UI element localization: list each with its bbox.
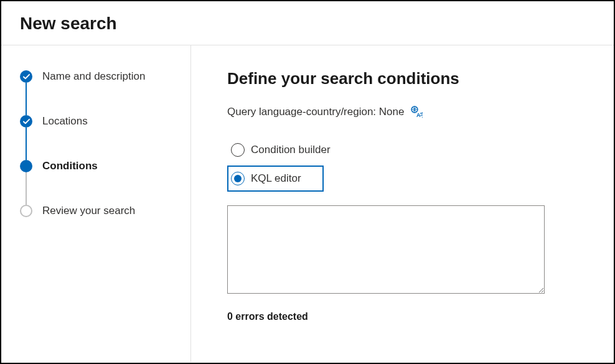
check-icon: [23, 118, 30, 125]
step-connector: [26, 172, 27, 205]
step-conditions[interactable]: Conditions: [20, 160, 176, 205]
step-indicator-current: [20, 160, 32, 172]
step-indicator-completed: [20, 115, 32, 128]
step-locations[interactable]: Locations: [20, 115, 176, 160]
wizard-sidebar: Name and description Locations Condition…: [1, 45, 191, 362]
radio-label: KQL editor: [251, 172, 301, 185]
radio-kql-editor[interactable]: KQL editor: [227, 166, 324, 192]
page-title: New search: [20, 14, 595, 34]
radio-icon: [231, 143, 245, 157]
kql-editor-input[interactable]: [227, 205, 545, 294]
step-label: Review your search: [42, 205, 135, 217]
query-language-row: Query language-country/region: None A字: [227, 106, 578, 118]
svg-text:A字: A字: [416, 112, 423, 118]
step-indicator-upcoming: [20, 205, 32, 217]
main-panel: Define your search conditions Query lang…: [191, 45, 614, 362]
check-icon: [23, 73, 30, 80]
step-review[interactable]: Review your search: [20, 205, 176, 217]
radio-condition-builder[interactable]: Condition builder: [227, 139, 337, 161]
step-connector: [26, 83, 27, 115]
step-label: Conditions: [42, 160, 98, 172]
radio-label: Condition builder: [251, 144, 331, 156]
radio-dot-icon: [234, 175, 242, 182]
wizard-steps: Name and description Locations Condition…: [20, 70, 176, 217]
step-label: Locations: [42, 115, 88, 128]
step-connector: [26, 128, 27, 160]
editor-mode-radio-group: Condition builder KQL editor: [227, 139, 578, 192]
query-language-label: Query language-country/region: None: [227, 106, 404, 118]
translate-icon[interactable]: A字: [410, 106, 423, 118]
page-header: New search: [1, 1, 614, 45]
main-heading: Define your search conditions: [227, 69, 578, 88]
radio-icon: [231, 172, 245, 185]
page-body: Name and description Locations Condition…: [1, 45, 614, 362]
step-label: Name and description: [42, 70, 145, 83]
step-indicator-completed: [20, 70, 32, 83]
errors-detected-text: 0 errors detected: [227, 311, 578, 322]
step-name-description[interactable]: Name and description: [20, 70, 176, 115]
